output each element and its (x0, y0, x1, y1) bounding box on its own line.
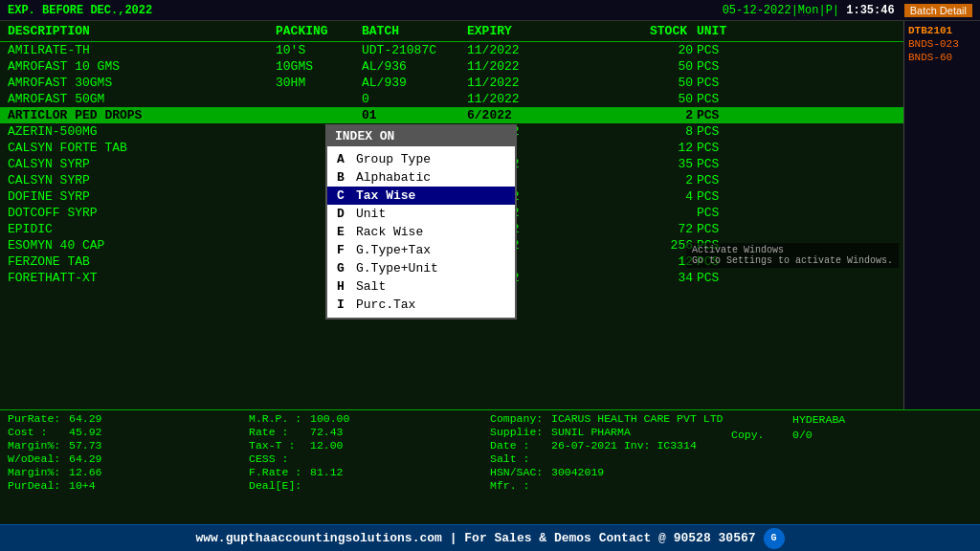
bottom-info-row: Mfr. : (490, 479, 731, 492)
batch-sidebar-item[interactable]: DTB2101 (908, 25, 976, 36)
row-batch: 0 (362, 92, 467, 106)
row-stock: 256 (582, 238, 697, 253)
row-expiry: 11/2022 (467, 43, 582, 57)
index-label: G.Type+Tax (356, 243, 431, 257)
row-desc: DOTCOFF SYRP (8, 206, 276, 220)
batch-detail-button[interactable]: Batch Detail (904, 4, 972, 17)
index-popup-item[interactable]: ERack Wise (327, 223, 515, 241)
bottom-info-value: 64.29 (69, 452, 102, 465)
table-row[interactable]: AMROFAST 50GM 0 11/2022 50 PCS (0, 91, 903, 107)
header-batch: BATCH (362, 24, 467, 38)
bottom-info-row: Margin%:12.66 (8, 466, 249, 478)
bottom-info-label: Copy. (731, 429, 789, 441)
row-desc: ARTICLOR PED DROPS (8, 108, 276, 122)
bottom-info-label: Tax-T : (249, 439, 306, 452)
index-label: Salt (356, 279, 386, 294)
index-key: D (337, 207, 350, 221)
row-desc: ESOMYN 40 CAP (8, 238, 276, 253)
bottom-info-value: 81.12 (310, 466, 344, 478)
bottom-info-value: 12.66 (69, 466, 102, 478)
top-bar-right: 05-12-2022|Mon|P| 1:35:46 Batch Detail (723, 4, 972, 17)
index-popup-item[interactable]: AGroup Type (327, 150, 515, 168)
bottom-info-row: Cost :45.92 (8, 426, 249, 438)
index-popup-item[interactable]: DUnit (327, 205, 515, 223)
row-stock: 4 (582, 189, 697, 204)
table-row[interactable]: AMILRATE-TH 10'S UDT-21087C 11/2022 20 P… (0, 42, 903, 58)
batch-sidebar-item[interactable]: BNDS-023 (908, 38, 976, 50)
row-unit: PCS (697, 173, 754, 187)
row-stock: 35 (582, 157, 697, 171)
bottom-info-row: M.R.P. :100.00 (249, 412, 490, 425)
index-key: I (337, 298, 350, 312)
batch-sidebar-item[interactable]: BNDS-60 (908, 52, 976, 63)
header-expiry: EXPIRY (467, 24, 582, 38)
row-desc: FORETHATT-XT (8, 271, 276, 285)
bottom-info-row: Company:ICARUS HEALTH CARE PVT LTD (490, 412, 731, 425)
row-desc: AMROFAST 30GMS (8, 76, 276, 90)
bottom-info-value: 10+4 (69, 479, 96, 492)
batch-sidebar: DTB2101BNDS-023BNDS-60 (903, 21, 980, 409)
table-row[interactable]: AMROFAST 10 GMS 10GMS AL/936 11/2022 50 … (0, 58, 903, 75)
row-desc: AMILRATE-TH (8, 43, 276, 57)
bottom-col-2: M.R.P. :100.00Rate :72.43Tax-T :12.00CES… (249, 412, 490, 522)
bottom-info-label: Rate : (249, 426, 306, 438)
index-label: Purc.Tax (356, 298, 415, 312)
row-stock (582, 206, 697, 220)
table-row[interactable]: AMROFAST 30GMS 30HM AL/939 11/2022 50 PC… (0, 75, 903, 91)
bottom-info-label: Mfr. : (490, 479, 547, 492)
bottom-info-row: Date :26-07-2021 Inv: IC3314 (490, 439, 731, 452)
bottom-info-label (731, 413, 789, 426)
row-batch: UDT-21087C (362, 43, 467, 57)
bottom-col-3: Company:ICARUS HEALTH CARE PVT LTDSuppli… (490, 412, 731, 522)
bottom-info-value: 45.92 (69, 426, 102, 438)
index-popup-item[interactable]: FG.Type+Tax (327, 241, 515, 259)
table-row[interactable]: ARTICLOR PED DROPS 01 6/2022 2 PCS (0, 107, 903, 123)
row-unit: PCS (697, 43, 754, 57)
bottom-info-value: 57.73 (69, 439, 102, 452)
row-expiry: 11/2022 (467, 76, 582, 90)
row-unit: PCS (697, 92, 754, 106)
bottom-col-1: PurRate:64.29Cost :45.92Margin%:57.73W/o… (8, 412, 249, 522)
row-unit: PCS (697, 124, 754, 139)
row-stock: 12 (582, 141, 697, 155)
row-stock: 20 (582, 43, 697, 57)
row-batch: AL/939 (362, 76, 467, 90)
index-popup-item[interactable]: GG.Type+Unit (327, 259, 515, 277)
row-unit: PCS (697, 141, 754, 155)
row-stock: 8 (582, 124, 697, 139)
footer-text: www.gupthaaccountingsolutions.com | For … (195, 531, 755, 545)
bottom-info-row: Deal[E]: (249, 479, 490, 492)
bottom-info-label: W/oDeal: (8, 452, 65, 465)
bottom-info-row: PurRate:64.29 (8, 412, 249, 425)
row-pack: 10'S (276, 43, 362, 57)
index-key: F (337, 243, 350, 257)
row-pack (276, 92, 362, 106)
index-on-title: INDEX ON (327, 126, 515, 146)
row-expiry: 11/2022 (467, 92, 582, 106)
row-desc: CALSYN FORTE TAB (8, 141, 276, 155)
bottom-info-row: W/oDeal:64.29 (8, 452, 249, 465)
row-stock: 50 (582, 59, 697, 74)
table-header: DESCRIPTION PACKING BATCH EXPIRY STOCK U… (0, 21, 903, 42)
index-on-popup[interactable]: INDEX ON AGroup TypeBAlphabaticCTax Wise… (325, 124, 517, 320)
index-popup-item[interactable]: HSalt (327, 277, 515, 296)
bottom-info-row: Copy.0/0 (731, 429, 972, 441)
row-desc: DOFINE SYRP (8, 189, 276, 204)
index-popup-item[interactable]: BAlphabatic (327, 168, 515, 187)
index-key: A (337, 152, 350, 166)
bottom-info-label: Company: (490, 412, 547, 425)
bottom-info-value: 12.00 (310, 439, 344, 452)
bottom-info-label: F.Rate : (249, 466, 306, 478)
index-popup-item[interactable]: CTax Wise (327, 187, 515, 205)
row-desc: FERZONE TAB (8, 254, 276, 269)
footer: www.gupthaaccountingsolutions.com | For … (0, 524, 980, 551)
bottom-info-label: CESS : (249, 452, 306, 465)
index-label: Tax Wise (356, 188, 415, 203)
row-stock: 34 (582, 271, 697, 285)
bottom-info-value: HYDERABA (792, 413, 845, 426)
row-batch: AL/936 (362, 59, 467, 74)
row-unit: PCS (697, 271, 754, 285)
index-popup-item[interactable]: IPurc.Tax (327, 296, 515, 314)
header-packing: PACKING (276, 24, 362, 38)
row-stock: 2 (582, 173, 697, 187)
